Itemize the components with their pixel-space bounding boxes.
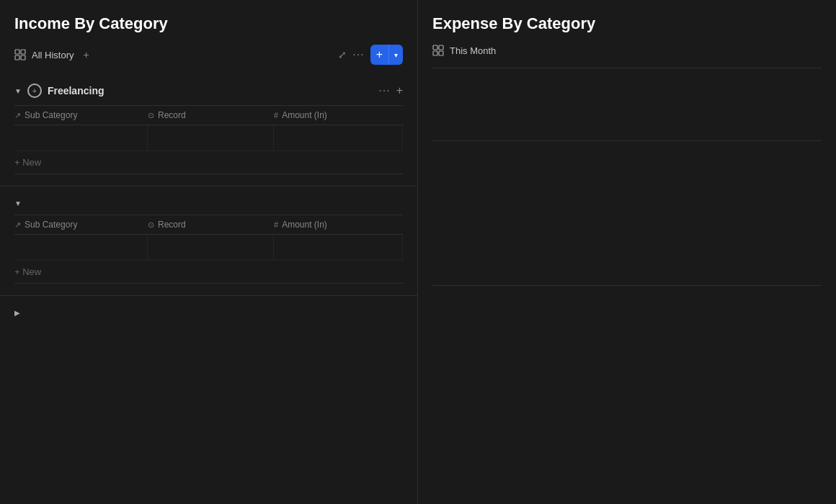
collapsed-section-chevron[interactable]: ▶ xyxy=(14,309,20,317)
svg-rect-4 xyxy=(433,45,437,50)
right-divider-1 xyxy=(432,68,822,68)
all-history-label: All History xyxy=(32,50,74,60)
section-2: ▼ ↗ Sub Category ⊙ Record # Amount (In) xyxy=(0,192,417,284)
cell-record[interactable] xyxy=(148,125,274,150)
left-panel-title: Income By Category xyxy=(0,14,417,45)
cell-sub-category[interactable] xyxy=(14,125,148,150)
section-freelancing-header: ▼ + Freelancing ··· + xyxy=(14,76,403,105)
svg-rect-6 xyxy=(433,51,437,55)
new-row-section-2[interactable]: + New xyxy=(14,261,403,284)
right-panel: Expense By Category This Month xyxy=(418,0,836,504)
sub-category-icon: ↗ xyxy=(14,111,21,120)
cell-amount[interactable] xyxy=(274,125,403,150)
table-section-2: ↗ Sub Category ⊙ Record # Amount (In) xyxy=(14,215,403,284)
cell-amount-2[interactable] xyxy=(274,235,403,260)
col-label-amount: Amount (In) xyxy=(282,110,327,120)
record-icon-2: ⊙ xyxy=(148,220,154,230)
left-toolbar: All History + ⤢ ··· + ▾ xyxy=(0,45,417,76)
main-layout: Income By Category All History + ⤢ ··· +… xyxy=(0,0,836,504)
col-label-record: Record xyxy=(158,110,186,120)
col-header-record-2: ⊙ Record xyxy=(148,220,274,230)
right-toolbar: This Month xyxy=(418,45,836,68)
add-button[interactable]: + ▾ xyxy=(370,45,403,65)
resize-icon[interactable]: ⤢ xyxy=(338,49,347,60)
grid-icon xyxy=(14,49,26,60)
section-freelancing: ▼ + Freelancing ··· + ↗ Sub Category ⊙ R… xyxy=(0,76,417,174)
right-grid-icon xyxy=(432,45,444,56)
col-label-sub-category-2: Sub Category xyxy=(25,220,77,230)
section-2-chevron[interactable]: ▼ xyxy=(14,199,22,207)
add-plus-icon: + xyxy=(370,45,389,65)
add-view-button[interactable]: + xyxy=(80,48,93,61)
record-icon: ⊙ xyxy=(148,111,154,120)
cell-record-2[interactable] xyxy=(148,235,274,260)
section-2-header: ▼ xyxy=(14,192,403,215)
col-header-sub-category-2: ↗ Sub Category xyxy=(14,220,148,230)
col-header-sub-category: ↗ Sub Category xyxy=(14,110,148,120)
col-header-amount: # Amount (In) xyxy=(274,110,403,120)
section-dots-freelancing[interactable]: ··· xyxy=(378,84,390,97)
divider-1 xyxy=(0,186,417,186)
table-row-2 xyxy=(14,235,403,261)
col-label-sub-category: Sub Category xyxy=(25,110,77,120)
new-row-label-2: + New xyxy=(14,266,41,277)
table-header-section-2: ↗ Sub Category ⊙ Record # Amount (In) xyxy=(14,215,403,235)
svg-rect-0 xyxy=(15,50,19,54)
right-view-icon-grid xyxy=(432,45,444,56)
view-icon-grid xyxy=(14,49,26,60)
amount-icon-2: # xyxy=(274,220,278,229)
svg-rect-7 xyxy=(439,51,443,55)
svg-rect-5 xyxy=(439,45,443,50)
col-header-record: ⊙ Record xyxy=(148,110,274,120)
col-header-amount-2: # Amount (In) xyxy=(274,220,403,230)
new-row-label: + New xyxy=(14,157,41,168)
col-label-record-2: Record xyxy=(158,220,186,230)
col-label-amount-2: Amount (In) xyxy=(282,220,327,230)
section-name-freelancing: Freelancing xyxy=(48,85,373,96)
svg-rect-3 xyxy=(21,55,25,60)
table-header-freelancing: ↗ Sub Category ⊙ Record # Amount (In) xyxy=(14,106,403,125)
table-freelancing: ↗ Sub Category ⊙ Record # Amount (In) xyxy=(14,105,403,174)
collapsed-section: ▶ xyxy=(0,302,417,324)
new-row-freelancing[interactable]: + New xyxy=(14,151,403,174)
cell-sub-category-2[interactable] xyxy=(14,235,148,260)
amount-icon: # xyxy=(274,111,278,120)
svg-rect-1 xyxy=(21,50,25,54)
right-panel-title: Expense By Category xyxy=(418,14,836,45)
divider-2 xyxy=(0,295,417,296)
section-add-freelancing[interactable]: + xyxy=(396,84,403,97)
right-divider-3 xyxy=(432,285,822,286)
left-panel: Income By Category All History + ⤢ ··· +… xyxy=(0,0,418,504)
section-chevron-freelancing[interactable]: ▼ xyxy=(14,87,22,95)
sub-category-icon-2: ↗ xyxy=(14,220,21,230)
table-row xyxy=(14,125,403,151)
section-icon-freelancing: + xyxy=(27,84,42,98)
this-month-label: This Month xyxy=(450,45,496,56)
svg-rect-2 xyxy=(15,55,19,60)
right-divider-2 xyxy=(432,140,822,141)
more-options-button[interactable]: ··· xyxy=(352,48,364,61)
add-chevron-icon: ▾ xyxy=(389,48,403,63)
